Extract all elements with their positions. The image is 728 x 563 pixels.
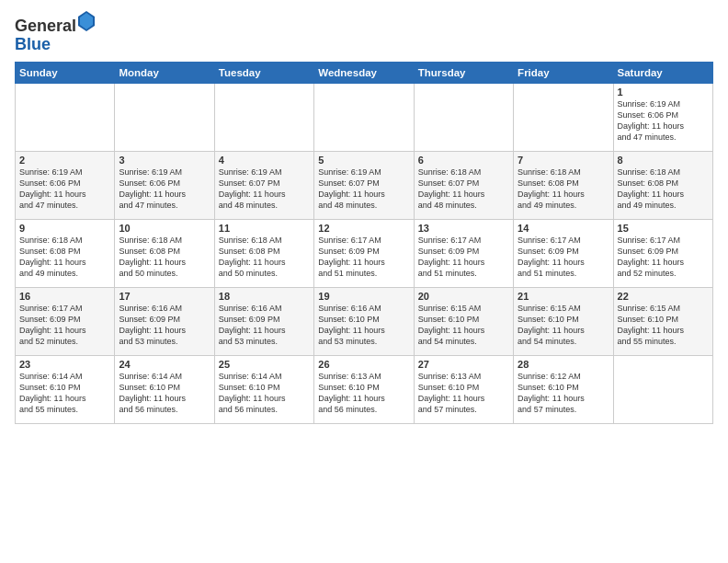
calendar-cell: 22Sunrise: 6:15 AM Sunset: 6:10 PM Dayli…: [613, 287, 712, 355]
calendar-table: SundayMondayTuesdayWednesdayThursdayFrid…: [15, 62, 713, 424]
calendar-cell: 12Sunrise: 6:17 AM Sunset: 6:09 PM Dayli…: [314, 219, 414, 287]
day-number: 20: [418, 291, 509, 302]
day-info: Sunrise: 6:18 AM Sunset: 6:08 PM Dayligh…: [518, 167, 609, 212]
day-info: Sunrise: 6:18 AM Sunset: 6:08 PM Dayligh…: [618, 167, 709, 212]
day-number: 13: [418, 223, 509, 234]
calendar-week-1: 1Sunrise: 6:19 AM Sunset: 6:06 PM Daylig…: [16, 83, 713, 151]
calendar-cell: 27Sunrise: 6:13 AM Sunset: 6:10 PM Dayli…: [414, 355, 513, 423]
calendar-cell: 19Sunrise: 6:16 AM Sunset: 6:10 PM Dayli…: [314, 287, 414, 355]
day-number: 24: [119, 359, 210, 370]
calendar-cell: 14Sunrise: 6:17 AM Sunset: 6:09 PM Dayli…: [514, 219, 613, 287]
day-number: 26: [318, 359, 409, 370]
day-info: Sunrise: 6:17 AM Sunset: 6:09 PM Dayligh…: [618, 235, 709, 280]
day-info: Sunrise: 6:14 AM Sunset: 6:10 PM Dayligh…: [119, 371, 210, 416]
day-number: 3: [119, 155, 210, 166]
logo: General Blue: [15, 11, 95, 54]
day-number: 23: [19, 359, 110, 370]
calendar-cell: 16Sunrise: 6:17 AM Sunset: 6:09 PM Dayli…: [16, 287, 115, 355]
day-info: Sunrise: 6:16 AM Sunset: 6:09 PM Dayligh…: [219, 303, 310, 348]
calendar-cell: 7Sunrise: 6:18 AM Sunset: 6:08 PM Daylig…: [514, 151, 613, 219]
calendar-cell: 23Sunrise: 6:14 AM Sunset: 6:10 PM Dayli…: [16, 355, 115, 423]
calendar-cell: 25Sunrise: 6:14 AM Sunset: 6:10 PM Dayli…: [214, 355, 313, 423]
day-number: 15: [618, 223, 709, 234]
calendar-week-2: 2Sunrise: 6:19 AM Sunset: 6:06 PM Daylig…: [16, 151, 713, 219]
calendar-cell: 2Sunrise: 6:19 AM Sunset: 6:06 PM Daylig…: [16, 151, 115, 219]
day-info: Sunrise: 6:17 AM Sunset: 6:09 PM Dayligh…: [19, 303, 110, 348]
day-info: Sunrise: 6:12 AM Sunset: 6:10 PM Dayligh…: [518, 371, 609, 416]
day-info: Sunrise: 6:15 AM Sunset: 6:10 PM Dayligh…: [418, 303, 509, 348]
logo-general-text: General: [15, 17, 76, 35]
page: General Blue SundayMondayTuesdayWednesda…: [0, 0, 728, 563]
calendar-cell: 20Sunrise: 6:15 AM Sunset: 6:10 PM Dayli…: [414, 287, 513, 355]
day-info: Sunrise: 6:13 AM Sunset: 6:10 PM Dayligh…: [418, 371, 509, 416]
calendar-cell: [214, 83, 313, 151]
calendar-weekday-monday: Monday: [115, 62, 214, 83]
day-number: 16: [19, 291, 110, 302]
day-number: 4: [219, 155, 310, 166]
day-info: Sunrise: 6:16 AM Sunset: 6:09 PM Dayligh…: [119, 303, 210, 348]
day-number: 1: [618, 86, 709, 98]
calendar-cell: 6Sunrise: 6:18 AM Sunset: 6:07 PM Daylig…: [414, 151, 513, 219]
day-info: Sunrise: 6:19 AM Sunset: 6:06 PM Dayligh…: [618, 98, 709, 144]
day-number: 22: [618, 291, 709, 302]
calendar-week-5: 23Sunrise: 6:14 AM Sunset: 6:10 PM Dayli…: [16, 355, 713, 423]
day-info: Sunrise: 6:18 AM Sunset: 6:08 PM Dayligh…: [119, 235, 210, 280]
day-number: 27: [418, 359, 509, 370]
calendar-cell: 5Sunrise: 6:19 AM Sunset: 6:07 PM Daylig…: [314, 151, 414, 219]
day-number: 18: [219, 291, 310, 302]
day-info: Sunrise: 6:13 AM Sunset: 6:10 PM Dayligh…: [318, 371, 409, 416]
day-number: 10: [119, 223, 210, 234]
calendar-cell: 15Sunrise: 6:17 AM Sunset: 6:09 PM Dayli…: [613, 219, 712, 287]
calendar-cell: [514, 83, 613, 151]
day-info: Sunrise: 6:17 AM Sunset: 6:09 PM Dayligh…: [318, 235, 409, 280]
calendar-cell: 1Sunrise: 6:19 AM Sunset: 6:06 PM Daylig…: [613, 83, 712, 151]
day-info: Sunrise: 6:19 AM Sunset: 6:06 PM Dayligh…: [19, 167, 110, 212]
day-number: 21: [518, 291, 609, 302]
day-number: 12: [318, 223, 409, 234]
day-info: Sunrise: 6:19 AM Sunset: 6:07 PM Dayligh…: [318, 167, 409, 212]
calendar-cell: [115, 83, 214, 151]
day-number: 7: [518, 155, 609, 166]
day-number: 25: [219, 359, 310, 370]
calendar-weekday-thursday: Thursday: [414, 62, 513, 83]
calendar-header-row: SundayMondayTuesdayWednesdayThursdayFrid…: [16, 62, 713, 83]
header: General Blue: [15, 11, 713, 54]
calendar-weekday-tuesday: Tuesday: [214, 62, 313, 83]
day-info: Sunrise: 6:17 AM Sunset: 6:09 PM Dayligh…: [518, 235, 609, 280]
day-number: 11: [219, 223, 310, 234]
day-info: Sunrise: 6:18 AM Sunset: 6:07 PM Dayligh…: [418, 167, 509, 212]
day-number: 5: [318, 155, 409, 166]
day-number: 19: [318, 291, 409, 302]
calendar-cell: 21Sunrise: 6:15 AM Sunset: 6:10 PM Dayli…: [514, 287, 613, 355]
calendar-weekday-friday: Friday: [514, 62, 613, 83]
calendar-cell: 3Sunrise: 6:19 AM Sunset: 6:06 PM Daylig…: [115, 151, 214, 219]
calendar-cell: 8Sunrise: 6:18 AM Sunset: 6:08 PM Daylig…: [613, 151, 712, 219]
day-info: Sunrise: 6:15 AM Sunset: 6:10 PM Dayligh…: [518, 303, 609, 348]
calendar-cell: 28Sunrise: 6:12 AM Sunset: 6:10 PM Dayli…: [514, 355, 613, 423]
calendar-cell: 26Sunrise: 6:13 AM Sunset: 6:10 PM Dayli…: [314, 355, 414, 423]
calendar-cell: 11Sunrise: 6:18 AM Sunset: 6:08 PM Dayli…: [214, 219, 313, 287]
day-info: Sunrise: 6:19 AM Sunset: 6:06 PM Dayligh…: [119, 167, 210, 212]
logo-blue-text: Blue: [15, 35, 51, 53]
calendar-cell: 17Sunrise: 6:16 AM Sunset: 6:09 PM Dayli…: [115, 287, 214, 355]
calendar-cell: [314, 83, 414, 151]
day-number: 14: [518, 223, 609, 234]
logo-icon: [78, 11, 95, 31]
calendar-cell: 9Sunrise: 6:18 AM Sunset: 6:08 PM Daylig…: [16, 219, 115, 287]
day-info: Sunrise: 6:16 AM Sunset: 6:10 PM Dayligh…: [318, 303, 409, 348]
calendar-cell: 13Sunrise: 6:17 AM Sunset: 6:09 PM Dayli…: [414, 219, 513, 287]
calendar-cell: 18Sunrise: 6:16 AM Sunset: 6:09 PM Dayli…: [214, 287, 313, 355]
day-info: Sunrise: 6:18 AM Sunset: 6:08 PM Dayligh…: [19, 235, 110, 280]
calendar-cell: 10Sunrise: 6:18 AM Sunset: 6:08 PM Dayli…: [115, 219, 214, 287]
calendar-weekday-saturday: Saturday: [613, 62, 712, 83]
day-number: 8: [618, 155, 709, 166]
day-info: Sunrise: 6:15 AM Sunset: 6:10 PM Dayligh…: [618, 303, 709, 348]
day-info: Sunrise: 6:19 AM Sunset: 6:07 PM Dayligh…: [219, 167, 310, 212]
calendar-weekday-sunday: Sunday: [16, 62, 115, 83]
day-number: 6: [418, 155, 509, 166]
day-info: Sunrise: 6:17 AM Sunset: 6:09 PM Dayligh…: [418, 235, 509, 280]
calendar-cell: [16, 83, 115, 151]
calendar-week-4: 16Sunrise: 6:17 AM Sunset: 6:09 PM Dayli…: [16, 287, 713, 355]
day-number: 28: [518, 359, 609, 370]
day-info: Sunrise: 6:14 AM Sunset: 6:10 PM Dayligh…: [19, 371, 110, 416]
